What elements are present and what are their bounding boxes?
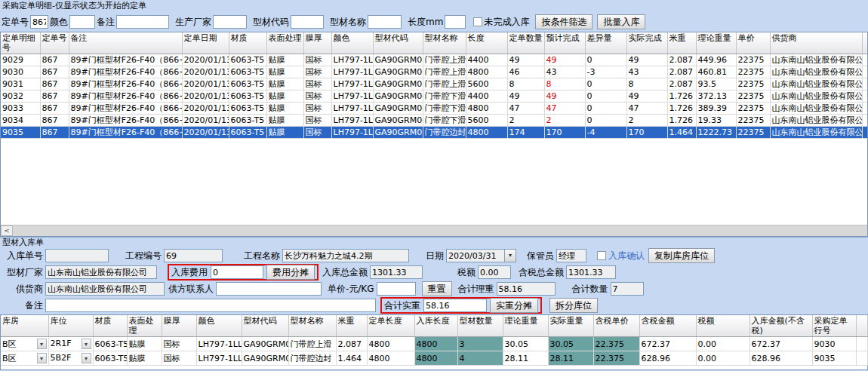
tax-input[interactable] [478, 265, 511, 279]
total-with-tax-input[interactable] [566, 265, 616, 279]
inbound-no-input[interactable] [45, 249, 109, 262]
column-header[interactable]: 理论重量 [503, 315, 548, 337]
table-row[interactable]: 903486789#门框型材F26-F40（866+867）2020/01/13… [1, 115, 867, 127]
date-dropdown-icon[interactable]: ▾ [505, 249, 516, 262]
column-header[interactable]: 表面处理 [127, 315, 162, 337]
unfinished-checkbox[interactable] [473, 17, 482, 26]
actual-weight-allocate-button[interactable]: 实重分摊 [490, 298, 538, 313]
table-row[interactable]: ▾B区▾2R1F6063-T5贴膜国标LH797-1LL0GA90GRM03门带… [1, 337, 867, 351]
column-header[interactable]: 膜厚 [303, 32, 331, 54]
profile-code-input[interactable] [291, 15, 324, 29]
factory-input[interactable] [45, 265, 157, 279]
column-header[interactable]: 长度 [466, 32, 507, 54]
date-input[interactable] [446, 249, 505, 262]
batch-inbound-button[interactable]: 批量入库 [597, 14, 645, 29]
unit-price-input[interactable] [377, 282, 416, 296]
project-name-input[interactable] [282, 249, 409, 262]
column-header[interactable]: 定单明细号 [1, 32, 40, 54]
dropdown-arrow-icon[interactable]: ▾ [37, 339, 47, 349]
column-header[interactable]: 材质 [229, 32, 266, 54]
table-row[interactable]: 903186789#门框型材F26-F40（866+867）2020/01/13… [1, 78, 867, 90]
manufacturer-input[interactable] [213, 15, 247, 29]
color-input[interactable] [69, 15, 95, 29]
dropdown-arrow-icon[interactable]: ▾ [37, 353, 47, 363]
cell: 867 [40, 54, 69, 66]
inbound-confirm-checkbox[interactable] [597, 251, 606, 260]
inbound-fee-input[interactable] [211, 265, 263, 279]
column-header[interactable]: 税额 [696, 315, 749, 337]
column-header[interactable]: 颜色 [196, 315, 242, 337]
copy-location-button[interactable]: 复制库房库位 [648, 248, 715, 263]
cell: 2020/01/13 [182, 78, 229, 90]
cell: 国标 [162, 337, 196, 351]
split-location-button[interactable]: 拆分库位 [549, 298, 598, 313]
scrollbar-track[interactable] [13, 225, 867, 236]
cell: 6063-T5 [229, 54, 266, 66]
supplier-input[interactable] [45, 282, 165, 296]
tax-label: 税额 [457, 266, 476, 279]
profile-name-input[interactable] [368, 15, 402, 29]
column-header[interactable]: 定单数量 [507, 32, 544, 54]
column-header[interactable]: 含税金额 [639, 315, 696, 337]
column-header[interactable]: 颜色 [331, 32, 373, 54]
inbound-form-row-3: 供货商 供方联系人 单价-元/KG 重置 合计理重 合计数量 [0, 281, 868, 297]
column-header[interactable]: 实际完成 [626, 32, 667, 54]
date-picker[interactable]: ▾ [446, 249, 516, 262]
column-header[interactable]: 理论重量 [696, 32, 736, 54]
order-no-input[interactable] [30, 15, 48, 29]
total-theory-weight-input[interactable] [497, 282, 556, 296]
keeper-input[interactable] [556, 249, 586, 262]
table-row[interactable]: ▾B区▾5B2F6063-T5贴膜国标LH797-1LL0GA90GRM05门带… [1, 351, 867, 366]
column-header[interactable]: 型材名称 [423, 32, 466, 54]
table-row[interactable]: 903586789#门框型材F26-F40（866+867）2020/01/13… [1, 127, 867, 139]
column-header[interactable]: 预计完成 [544, 32, 585, 54]
table-row[interactable]: 903086789#门框型材F26-F40（866+867）2020/01/13… [1, 66, 867, 78]
table-row[interactable]: 903386789#门框型材F26-F40（866+867）2020/01/13… [1, 103, 867, 115]
column-header[interactable]: 定单日期 [182, 32, 229, 54]
column-header[interactable]: 库房 [1, 315, 48, 337]
scroll-left-icon[interactable]: < [1, 225, 13, 236]
column-header[interactable]: 材质 [93, 315, 127, 337]
cell: 89#门框型材F26-F40（866+867） [69, 90, 182, 103]
dropdown-arrow-icon[interactable]: ▾ [82, 339, 91, 349]
column-header[interactable] [856, 315, 867, 337]
column-header[interactable]: 备注 [69, 32, 182, 54]
remark-field-input[interactable] [45, 299, 376, 312]
column-header[interactable]: 表面处理 [266, 32, 303, 54]
column-header[interactable]: 供货商 [770, 32, 862, 54]
column-header[interactable]: 定单号 [40, 32, 69, 54]
column-header[interactable]: 入库金额(不含税) [749, 315, 812, 337]
column-header[interactable]: 膜厚 [162, 315, 196, 337]
column-header[interactable]: 库位 [48, 315, 93, 337]
remark-input[interactable] [116, 15, 169, 29]
length-input[interactable] [445, 15, 466, 29]
filter-by-condition-button[interactable]: 按条件筛选 [535, 14, 593, 29]
column-header[interactable]: 型材名称 [288, 315, 336, 337]
fee-allocate-button[interactable]: 费用分摊 [266, 265, 315, 280]
column-header[interactable]: 实际重量 [548, 315, 593, 337]
project-no-input[interactable] [164, 249, 223, 262]
column-header[interactable]: 型材代码 [242, 315, 288, 337]
column-header[interactable] [862, 32, 867, 54]
column-header[interactable]: 采购定单行号 [812, 315, 856, 337]
total-actual-weight-input[interactable] [423, 299, 487, 312]
dropdown-arrow-icon[interactable]: ▾ [82, 353, 91, 363]
column-header[interactable]: 型材数量 [457, 315, 503, 337]
inbound-fee-highlight-box: 入库费用 费用分摊 [168, 264, 319, 281]
column-header[interactable]: 含税单价 [593, 315, 639, 337]
supplier-contact-input[interactable] [216, 282, 322, 296]
table-row[interactable]: 902986789#门框型材F26-F40（866+867）2020/01/13… [1, 54, 867, 66]
table-row[interactable]: 903286789#门框型材F26-F40（866+867）2020/01/13… [1, 90, 867, 103]
column-header[interactable]: 单价 [736, 32, 770, 54]
column-header[interactable]: 差异量 [585, 32, 626, 54]
cell: 93.5 [696, 78, 736, 90]
horizontal-scrollbar[interactable]: < [1, 225, 867, 236]
column-header[interactable]: 入库长度 [414, 315, 457, 337]
column-header[interactable]: 型材代码 [373, 32, 423, 54]
total-amount-input[interactable] [370, 265, 423, 279]
column-header[interactable]: 定单长度 [367, 315, 414, 337]
reset-button[interactable]: 重置 [422, 281, 452, 296]
column-header[interactable]: 米重 [336, 315, 367, 337]
total-qty-input[interactable] [611, 282, 644, 296]
column-header[interactable]: 米重 [667, 32, 696, 54]
